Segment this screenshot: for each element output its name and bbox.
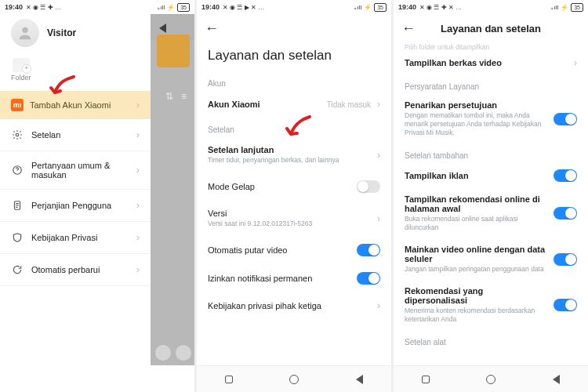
- android-navbar: [197, 365, 391, 392]
- album-square: [157, 34, 190, 67]
- accent-label: Tambah Akun Xiaomi: [30, 100, 111, 110]
- row-show-video-files[interactable]: Tampilkan berkas video ›: [394, 51, 588, 74]
- profile-name: Visitor: [47, 27, 76, 38]
- row-online-reco-home[interactable]: Tampilkan rekomendasi online di halaman …: [394, 188, 588, 238]
- folder-plus-icon: [13, 58, 30, 72]
- svg-point-1: [16, 133, 19, 136]
- player-button-2[interactable]: [176, 345, 191, 361]
- row-autoplay-video[interactable]: Otomatis putar video: [197, 236, 391, 264]
- refresh-icon: [11, 263, 24, 276]
- menu-settings[interactable]: Setelan ›: [0, 119, 151, 151]
- header: ← Layanan dan setelan: [394, 14, 588, 43]
- avatar: [11, 19, 39, 47]
- screenshot-panel-1: 19:40 ✕ ◉ ☰ ✚ … ₊ıll⚡35 ⇅≡ Visitor Folde…: [0, 0, 194, 392]
- toggle-notif[interactable]: [357, 272, 380, 285]
- toggle-autoplay[interactable]: [357, 244, 380, 256]
- svg-point-0: [22, 27, 27, 33]
- toggle-video-cell[interactable]: [554, 253, 577, 266]
- row-version[interactable]: Versi Versi saat ini 9.12.02.012317i-526…: [197, 201, 391, 236]
- page-title: Layanan dan setelan: [441, 23, 541, 34]
- nav-recents[interactable]: [225, 376, 233, 383]
- toggle-consent[interactable]: [554, 113, 577, 125]
- new-folder[interactable]: Folder: [11, 58, 31, 82]
- section-akun: Akun: [197, 71, 391, 91]
- section-setelan: Setelan: [197, 118, 391, 137]
- back-button[interactable]: ←: [401, 20, 416, 37]
- row-dark-mode[interactable]: Mode Gelap: [197, 172, 391, 201]
- page-title: Layanan dan setelan: [197, 43, 391, 71]
- statusbar: 19:40 ✕ ◉ ☰ ▶ ✕ … ₊ıll⚡35: [197, 0, 391, 14]
- toggle-dark-mode[interactable]: [357, 180, 380, 193]
- help-icon: [11, 164, 24, 176]
- row-permanent-notif[interactable]: Izinkan notifikasi permanen: [197, 264, 391, 292]
- row-3rdparty-privacy[interactable]: Kebijakan privasi pihak ketiga ›: [197, 292, 391, 319]
- menu-privacy[interactable]: Kebijakan Privasi ›: [0, 222, 151, 254]
- chevron-right-icon: ›: [136, 100, 140, 111]
- status-right: ₊ıll⚡35: [157, 3, 190, 12]
- add-xiaomi-account[interactable]: mı Tambah Akun Xiaomi ›: [0, 91, 151, 119]
- statusbar: 19:40 ✕ ◉ ☰ ✚ … ₊ıll⚡35: [0, 0, 194, 14]
- chevron-right-icon: ›: [136, 129, 140, 140]
- chevron-right-icon: ›: [377, 99, 380, 110]
- mi-logo-icon: mı: [11, 99, 24, 111]
- chevron-right-icon: ›: [574, 57, 577, 68]
- row-withdraw-consent[interactable]: Penarikan persetujuan Dengan mematikan t…: [394, 94, 588, 143]
- nav-home[interactable]: [289, 375, 299, 384]
- row-xiaomi-account[interactable]: Akun Xiaomi Tidak masuk ›: [197, 91, 391, 118]
- nav-back[interactable]: [553, 375, 560, 384]
- row-advanced-settings[interactable]: Setelan lanjutan Timer tidur, penyaringa…: [197, 137, 391, 172]
- toggle-reco-home[interactable]: [554, 207, 577, 220]
- sort-icons: ⇅≡: [165, 91, 187, 102]
- row-personalized-reco[interactable]: Rekomendasi yang dipersonalisasi Menerim…: [394, 280, 588, 330]
- nav-recents[interactable]: [422, 376, 430, 383]
- profile-block[interactable]: Visitor: [0, 14, 151, 58]
- menu-autoupdate[interactable]: Otomatis perbarui ›: [0, 254, 151, 286]
- toggle-personalized[interactable]: [554, 299, 577, 311]
- menu-faq[interactable]: Pertanyaan umum & masukan ›: [0, 151, 151, 190]
- chevron-right-icon: ›: [136, 264, 140, 275]
- drawer-panel: Visitor Folder mı Tambah Akun Xiaomi › S…: [0, 14, 151, 365]
- shield-icon: [11, 231, 24, 244]
- nav-home[interactable]: [486, 375, 495, 384]
- player-button-1[interactable]: [155, 345, 171, 361]
- gear-icon: [11, 129, 24, 141]
- status-time: 19:40: [5, 3, 23, 11]
- back-button[interactable]: ←: [205, 20, 219, 37]
- chevron-right-icon: ›: [377, 213, 380, 224]
- screenshot-panel-2: 19:40 ✕ ◉ ☰ ▶ ✕ … ₊ıll⚡35 ← Layanan dan …: [197, 0, 391, 392]
- section-extra: Setelan tambahan: [394, 143, 588, 163]
- row-show-ads[interactable]: Tampilkan iklan: [394, 163, 588, 188]
- nav-back[interactable]: [356, 375, 363, 384]
- chevron-right-icon: ›: [377, 300, 380, 311]
- chevron-right-icon: ›: [136, 165, 140, 176]
- chevron-right-icon: ›: [377, 150, 380, 161]
- music-backdrop: ⇅≡: [151, 14, 194, 365]
- status-icons-left: ✕ ◉ ☰ ✚ …: [26, 4, 61, 11]
- screenshot-panel-3: 19:40 ✕ ◉ ☰ ✚ ✕ … ₊ıll⚡35 ← Layanan dan …: [394, 0, 588, 392]
- menu-agreement[interactable]: Perjanjian Pengguna ›: [0, 190, 151, 222]
- folder-row: Folder: [0, 58, 151, 91]
- toggle-ads[interactable]: [554, 169, 577, 182]
- cut-row-label: Pilih folder untuk ditampilkan: [394, 43, 588, 51]
- chevron-right-icon: ›: [136, 232, 140, 243]
- section-device: Setelan alat: [394, 330, 588, 350]
- section-terms: Persyaratan Layanan: [394, 74, 588, 94]
- android-navbar: [394, 365, 588, 392]
- header: ←: [197, 14, 391, 43]
- row-video-cellular[interactable]: Mainkan video online dengan data seluler…: [394, 238, 588, 280]
- chevron-right-icon: ›: [136, 200, 140, 211]
- statusbar: 19:40 ✕ ◉ ☰ ✚ ✕ … ₊ıll⚡35: [394, 0, 588, 14]
- doc-icon: [11, 199, 24, 212]
